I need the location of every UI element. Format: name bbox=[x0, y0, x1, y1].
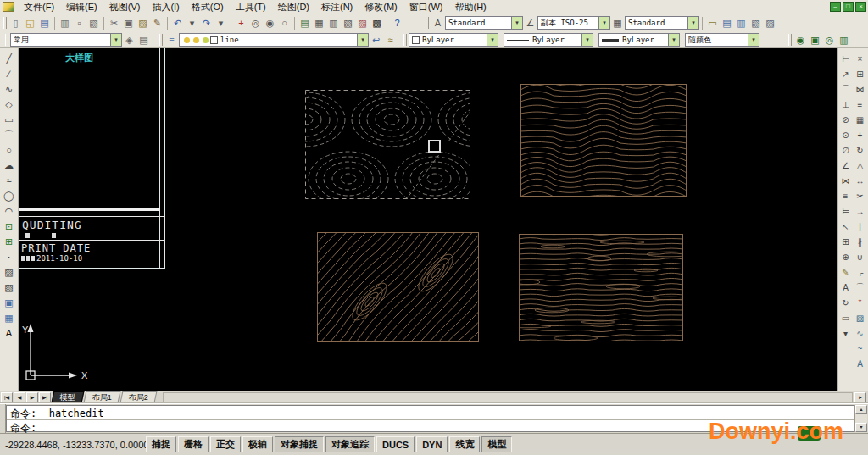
chevron-down-icon[interactable]: ▾ bbox=[687, 17, 698, 29]
ellipse-icon[interactable]: ◯ bbox=[2, 188, 17, 203]
tolerance-icon[interactable]: ⊞ bbox=[838, 234, 853, 249]
offset-icon[interactable]: ≡ bbox=[853, 97, 867, 112]
measure-tool-icon[interactable]: ▭ bbox=[705, 16, 720, 30]
etransmit-icon[interactable]: ▧ bbox=[748, 16, 763, 30]
ordinate-dimension-icon[interactable]: ⊥ bbox=[838, 97, 853, 112]
zoom-previous-icon[interactable]: ○ bbox=[277, 16, 292, 30]
draw-order-icon[interactable]: ▥ bbox=[734, 16, 748, 30]
rectangle-icon[interactable]: ▭ bbox=[2, 112, 17, 127]
undo-dropdown-icon[interactable]: ▾ bbox=[185, 16, 199, 30]
aligned-dimension-icon[interactable]: ↗ bbox=[838, 66, 853, 81]
grid-toggle[interactable]: 栅格 bbox=[178, 436, 209, 452]
trim-icon[interactable]: ✂ bbox=[853, 188, 867, 203]
point-icon[interactable]: · bbox=[2, 249, 17, 264]
dimension-style-control-icon[interactable]: ▾ bbox=[838, 325, 853, 341]
command-scrollbar[interactable]: ▴ ▾ bbox=[854, 405, 867, 432]
layer-freeze-sun-icon[interactable] bbox=[193, 37, 199, 43]
diameter-dimension-icon[interactable]: ∅ bbox=[838, 142, 853, 158]
workspace-combo[interactable]: 常用 ▾ bbox=[10, 33, 122, 47]
center-mark-icon[interactable]: ⊕ bbox=[838, 249, 853, 264]
new-file-icon[interactable]: ▯ bbox=[8, 16, 23, 30]
toolbar-grip[interactable] bbox=[788, 34, 792, 46]
circle-icon[interactable]: ○ bbox=[2, 142, 17, 158]
angular-dimension-icon[interactable]: ∠ bbox=[838, 158, 853, 173]
mirror-icon[interactable]: ⋈ bbox=[853, 81, 867, 97]
scale-icon[interactable]: △ bbox=[853, 158, 867, 173]
chevron-down-icon[interactable]: ▾ bbox=[357, 34, 368, 46]
layer-on-bulb-icon[interactable] bbox=[184, 37, 190, 43]
menu-view[interactable]: 视图(V) bbox=[103, 0, 147, 14]
undo-icon[interactable]: ↶ bbox=[170, 16, 185, 30]
model-toggle[interactable]: 模型 bbox=[481, 436, 512, 452]
gradient-icon[interactable]: ▧ bbox=[2, 280, 17, 295]
save-workspace-icon[interactable]: ▤ bbox=[136, 33, 151, 47]
plot-preview-icon[interactable]: ▫ bbox=[72, 16, 86, 30]
dimension-update-icon[interactable]: ↻ bbox=[838, 295, 853, 310]
toolbar-grip[interactable] bbox=[3, 17, 7, 29]
quick-leader-icon[interactable]: ↖ bbox=[838, 219, 853, 234]
chevron-down-icon[interactable]: ▾ bbox=[511, 17, 522, 29]
sheet-icon[interactable]: ▥ bbox=[837, 33, 851, 47]
layer-isolate-icon[interactable]: ≈ bbox=[383, 33, 398, 47]
spline-icon[interactable]: ≈ bbox=[2, 173, 17, 188]
stretch-icon[interactable]: ↔ bbox=[853, 173, 867, 188]
command-window-grip[interactable] bbox=[0, 404, 6, 433]
table-style-icon[interactable]: ▦ bbox=[610, 16, 625, 30]
toolbar-grip[interactable] bbox=[426, 17, 429, 29]
markup-set-manager-icon[interactable]: ▨ bbox=[355, 16, 370, 30]
command-line[interactable]: 命令: _hatchedit bbox=[7, 406, 854, 419]
minimize-button[interactable]: – bbox=[830, 2, 841, 12]
edit-polyline-icon[interactable]: ∿ bbox=[853, 325, 867, 341]
menu-draw[interactable]: 绘图(D) bbox=[272, 0, 315, 14]
extend-icon[interactable]: → bbox=[853, 203, 867, 219]
explode-icon[interactable]: * bbox=[853, 295, 867, 310]
drawing-canvas[interactable]: 大样图 QUDITING PRINT DATE 2011-10-10 bbox=[19, 48, 837, 391]
redo-dropdown-icon[interactable]: ▾ bbox=[214, 16, 228, 30]
join-icon[interactable]: ∪ bbox=[853, 249, 867, 264]
menu-window[interactable]: 窗口(W) bbox=[403, 0, 449, 14]
region-icon[interactable]: ▣ bbox=[2, 295, 17, 310]
last-tab-button[interactable]: ▶| bbox=[39, 392, 51, 402]
sheet-set-manager-icon[interactable]: ▧ bbox=[341, 16, 355, 30]
close-button[interactable]: × bbox=[855, 2, 866, 12]
line-icon[interactable]: ╱ bbox=[2, 51, 17, 66]
polygon-icon[interactable]: ◇ bbox=[2, 97, 17, 112]
jogged-dimension-icon[interactable]: ⊙ bbox=[838, 127, 853, 142]
paste-icon[interactable]: ▨ bbox=[136, 16, 150, 30]
break-icon[interactable]: ∦ bbox=[853, 234, 867, 249]
zoom-window-icon[interactable]: ◉ bbox=[263, 16, 277, 30]
hatch-wave-pattern[interactable] bbox=[520, 84, 687, 197]
chevron-down-icon[interactable]: ▾ bbox=[668, 34, 679, 46]
hatch-diagonal-grain-pattern[interactable] bbox=[317, 232, 479, 342]
continue-dimension-icon[interactable]: ⊨ bbox=[838, 203, 853, 219]
chevron-down-icon[interactable]: ▾ bbox=[598, 17, 609, 29]
insert-block-icon[interactable]: ⊡ bbox=[2, 219, 17, 234]
toolbar-lock-icon[interactable]: ◉ bbox=[793, 33, 808, 47]
plot-style-combo[interactable]: 随颜色 ▾ bbox=[685, 33, 760, 47]
prev-tab-button[interactable]: ◀ bbox=[14, 392, 25, 402]
toolbar-grip[interactable] bbox=[5, 34, 8, 46]
tab-layout2[interactable]: 布局2 bbox=[120, 391, 158, 402]
array-icon[interactable]: ▦ bbox=[853, 112, 867, 127]
first-tab-button[interactable]: |◀ bbox=[1, 392, 13, 402]
osnap-toggle[interactable]: 对象捕捉 bbox=[275, 436, 324, 452]
quickcalc-icon[interactable]: ▩ bbox=[370, 16, 384, 30]
chevron-down-icon[interactable]: ▾ bbox=[487, 34, 498, 46]
make-block-icon[interactable]: ⊞ bbox=[2, 234, 17, 249]
help-icon[interactable]: ? bbox=[390, 16, 404, 30]
menu-format[interactable]: 格式(O) bbox=[186, 0, 230, 14]
radius-dimension-icon[interactable]: ⊘ bbox=[838, 112, 853, 127]
designcenter-icon[interactable]: ▦ bbox=[312, 16, 326, 30]
chevron-down-icon[interactable]: ▾ bbox=[581, 34, 593, 46]
match-properties-icon[interactable]: ✎ bbox=[150, 16, 164, 30]
rotate-icon[interactable]: ↻ bbox=[853, 142, 867, 158]
dimension-style-icon[interactable]: ▭ bbox=[838, 310, 853, 325]
hatch-straight-grain-pattern[interactable] bbox=[519, 234, 683, 341]
lineweight-toggle[interactable]: 线宽 bbox=[449, 436, 480, 452]
app-icon[interactable] bbox=[3, 2, 14, 12]
polar-toggle[interactable]: 极轴 bbox=[242, 436, 273, 452]
menu-insert[interactable]: 插入(I) bbox=[146, 0, 185, 14]
chevron-down-icon[interactable]: ▾ bbox=[748, 34, 759, 46]
cut-icon[interactable]: ✂ bbox=[107, 16, 121, 30]
color-combo[interactable]: ByLayer ▾ bbox=[409, 33, 498, 47]
